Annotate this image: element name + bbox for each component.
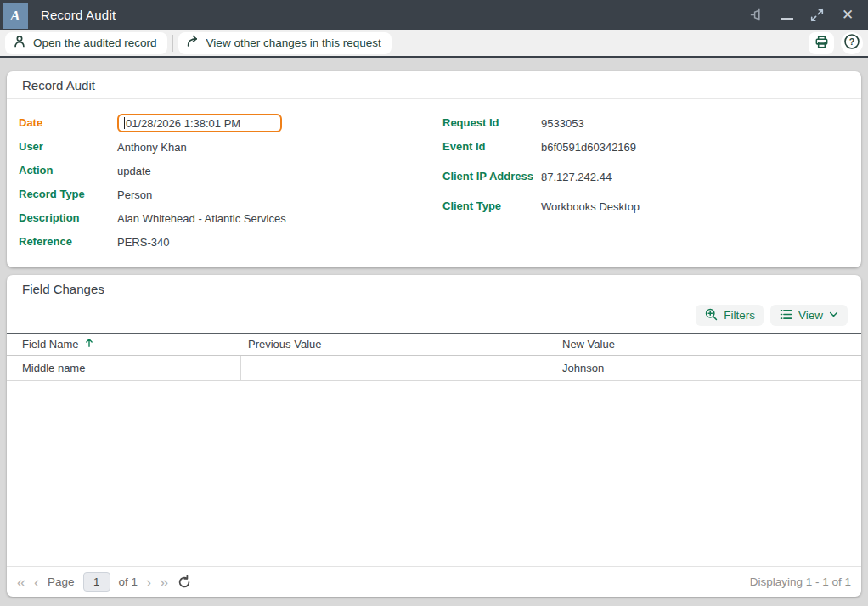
table-row[interactable]: Middle name Johnson bbox=[7, 356, 861, 381]
filters-button[interactable]: Filters bbox=[696, 305, 764, 326]
event-id-label: Event Id bbox=[442, 140, 541, 154]
table-empty-area bbox=[7, 381, 861, 566]
svg-text:?: ? bbox=[849, 36, 854, 47]
close-icon[interactable]: ✕ bbox=[839, 7, 856, 24]
field-reference: Reference PERS-340 bbox=[19, 230, 434, 254]
previous-page-icon[interactable]: ‹ bbox=[34, 575, 39, 590]
toolbar-divider bbox=[172, 35, 173, 52]
field-client-ip: Client IP Address 87.127.242.44 bbox=[442, 159, 849, 194]
text-caret bbox=[124, 117, 125, 129]
page-label: Page bbox=[48, 575, 75, 588]
help-icon: ? bbox=[843, 33, 860, 53]
magnifier-plus-icon bbox=[704, 307, 719, 324]
client-ip-value: 87.127.242.44 bbox=[541, 171, 612, 183]
forward-arrow-icon bbox=[185, 34, 200, 52]
record-audit-window: A Record Audit ✕ bbox=[0, 0, 868, 606]
fields-right-column: Request Id 9533053 Event Id b6f0591d6034… bbox=[434, 111, 849, 218]
chevron-down-icon bbox=[828, 309, 839, 323]
record-type-value: Person bbox=[117, 188, 152, 201]
last-page-icon[interactable]: » bbox=[160, 575, 168, 590]
titlebar: A Record Audit ✕ bbox=[0, 0, 868, 30]
cell-field-name: Middle name bbox=[7, 356, 241, 380]
action-label: Action bbox=[19, 164, 117, 177]
column-header-field-name[interactable]: Field Name bbox=[7, 334, 241, 355]
request-id-value: 9533053 bbox=[541, 117, 584, 130]
view-button[interactable]: View bbox=[770, 305, 848, 326]
fields-left-column: Date 01/28/2026 1:38:01 PM User Anthony … bbox=[19, 111, 434, 254]
description-label: Description bbox=[19, 211, 117, 225]
person-icon bbox=[12, 34, 27, 52]
refresh-icon[interactable] bbox=[177, 575, 192, 590]
app-icon: A bbox=[3, 3, 28, 29]
reference-value: PERS-340 bbox=[117, 236, 169, 249]
description-value: Alan Whitehead - Atlantic Services bbox=[117, 212, 286, 225]
field-date: Date 01/28/2026 1:38:01 PM bbox=[19, 111, 434, 135]
client-type-value: Workbooks Desktop bbox=[541, 200, 640, 213]
record-type-label: Record Type bbox=[19, 188, 117, 201]
help-button[interactable]: ? bbox=[841, 32, 863, 54]
field-changes-actions: Filters View bbox=[7, 302, 861, 333]
open-audited-record-label: Open the audited record bbox=[33, 36, 157, 49]
user-value: Anthony Khan bbox=[117, 141, 187, 154]
record-audit-fields: Date 01/28/2026 1:38:01 PM User Anthony … bbox=[7, 99, 861, 254]
field-changes-panel: Field Changes Filters bbox=[7, 275, 861, 597]
list-icon bbox=[779, 307, 793, 324]
displaying-status: Displaying 1 - 1 of 1 bbox=[750, 575, 851, 588]
view-label: View bbox=[798, 309, 823, 322]
window-title: Record Audit bbox=[41, 8, 116, 22]
paging-toolbar: « ‹ Page of 1 › » Displaying 1 - 1 of 1 bbox=[7, 566, 861, 597]
print-button[interactable] bbox=[809, 32, 834, 54]
record-audit-panel-title: Record Audit bbox=[7, 71, 861, 99]
view-other-changes-label: View other changes in this request bbox=[206, 36, 381, 49]
next-page-icon[interactable]: › bbox=[146, 575, 151, 590]
date-label: Date bbox=[19, 116, 117, 130]
field-user: User Anthony Khan bbox=[19, 135, 434, 159]
cell-new-value: Johnson bbox=[555, 356, 861, 380]
toolbar: Open the audited record View other chang… bbox=[0, 30, 868, 58]
date-input[interactable]: 01/28/2026 1:38:01 PM bbox=[117, 114, 282, 132]
page-number-input[interactable] bbox=[83, 572, 110, 592]
field-name-header-label: Field Name bbox=[22, 338, 78, 351]
column-header-new-value[interactable]: New Value bbox=[555, 334, 861, 355]
pin-icon[interactable] bbox=[747, 7, 764, 24]
reference-label: Reference bbox=[19, 235, 117, 249]
open-audited-record-button[interactable]: Open the audited record bbox=[5, 32, 167, 54]
previous-value-header-label: Previous Value bbox=[248, 338, 321, 351]
event-id-value: b6f0591d60342169 bbox=[541, 141, 636, 154]
window-controls: ✕ bbox=[747, 7, 856, 24]
page-of-label: of 1 bbox=[119, 575, 138, 588]
field-client-type: Client Type Workbooks Desktop bbox=[442, 194, 849, 218]
action-value: update bbox=[117, 165, 151, 177]
minimize-icon[interactable] bbox=[778, 7, 795, 24]
field-action: Action update bbox=[19, 159, 434, 182]
record-audit-panel: Record Audit Date 01/28/2026 1:38:01 PM … bbox=[7, 71, 861, 267]
view-other-changes-button[interactable]: View other changes in this request bbox=[178, 32, 392, 54]
field-changes-table-header: Field Name Previous Value New Value bbox=[7, 333, 861, 356]
field-record-type: Record Type Person bbox=[19, 182, 434, 206]
new-value-header-label: New Value bbox=[562, 338, 615, 351]
client-type-label: Client Type bbox=[442, 199, 541, 213]
first-page-icon[interactable]: « bbox=[17, 575, 25, 590]
client-ip-label: Client IP Address bbox=[442, 170, 541, 183]
date-input-value: 01/28/2026 1:38:01 PM bbox=[126, 117, 240, 130]
filters-label: Filters bbox=[724, 309, 755, 322]
maximize-icon[interactable] bbox=[809, 7, 826, 24]
request-id-label: Request Id bbox=[442, 116, 541, 130]
cell-previous-value bbox=[241, 356, 555, 380]
printer-icon bbox=[814, 34, 830, 53]
field-request-id: Request Id 9533053 bbox=[442, 111, 849, 135]
sort-ascending-icon bbox=[83, 337, 95, 351]
field-event-id: Event Id b6f0591d60342169 bbox=[442, 135, 849, 159]
window-body: Record Audit Date 01/28/2026 1:38:01 PM … bbox=[0, 58, 868, 606]
field-changes-panel-title: Field Changes bbox=[7, 275, 861, 302]
user-label: User bbox=[19, 140, 117, 154]
field-description: Description Alan Whitehead - Atlantic Se… bbox=[19, 206, 434, 230]
column-header-previous-value[interactable]: Previous Value bbox=[241, 334, 555, 355]
